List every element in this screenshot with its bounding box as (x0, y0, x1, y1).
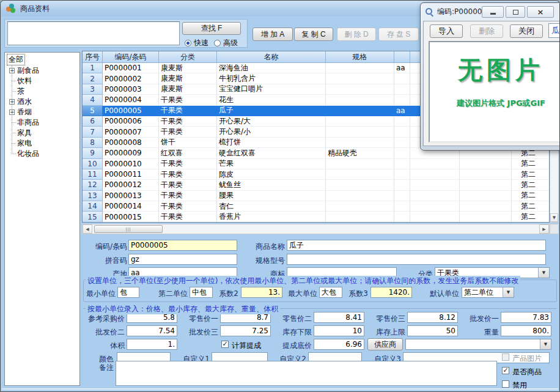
price-field-input[interactable] (407, 312, 458, 323)
chevron-down-icon[interactable]: ▼ (540, 339, 551, 349)
tree-item[interactable]: 非商品 (5, 117, 79, 128)
search-input[interactable] (7, 21, 180, 45)
table-cell: 干果类 (159, 201, 217, 212)
column-header[interactable]: 序号 (83, 51, 103, 63)
supplier-select[interactable]: ▼ (405, 339, 551, 350)
table-cell: 干果类 (159, 191, 217, 201)
table-row[interactable]: 15P0000015干果类香蕉片第二 (83, 212, 549, 222)
table-cell (326, 138, 394, 148)
scrollbar-thumb[interactable] (94, 225, 163, 233)
table-cell (394, 73, 410, 84)
note-field[interactable] (116, 361, 497, 386)
window-bottom-edge (2, 388, 558, 390)
advanced-radio[interactable]: 高级 (214, 38, 238, 48)
expand-plus-icon[interactable]: + (9, 68, 15, 73)
table-cell: 康麦斯 (159, 84, 217, 95)
row-number-cell: 7 (83, 127, 103, 137)
tree-item[interactable]: 化妆品 (5, 149, 79, 159)
table-cell: 宝宝健口嚼片 (217, 84, 326, 95)
factor2-label: 系数2 (215, 289, 238, 299)
tree-item[interactable]: 家电 (5, 138, 79, 149)
model-field[interactable] (287, 254, 546, 265)
forbidden-checkbox[interactable] (502, 380, 509, 388)
tree-item[interactable]: 家具 (5, 128, 79, 138)
add-button[interactable]: 增 加 A (252, 28, 293, 41)
table-row[interactable]: 12P0000012干果类鱿鱼丝第二 (83, 180, 549, 190)
commission-checkbox[interactable]: ✓ (221, 341, 229, 348)
horizontal-scrollbar[interactable]: ◀ ▶ (82, 224, 550, 234)
scroll-left-icon[interactable]: ◀ (83, 224, 92, 234)
minimize-button[interactable] (482, 6, 504, 18)
commission-price-field[interactable] (314, 339, 364, 350)
table-cell: 鱿鱼丝 (217, 180, 326, 190)
price-field-input[interactable] (501, 312, 551, 323)
tree-item-label: 非商品 (17, 118, 39, 127)
table-cell (326, 201, 394, 212)
is-product-checkbox[interactable]: ✓ (502, 367, 509, 374)
close-dialog-button[interactable]: 关闭 (510, 24, 543, 38)
table-cell: aa (394, 106, 410, 116)
tree-item[interactable]: 茶 (5, 86, 79, 97)
tree-item[interactable]: 饮料 (5, 76, 79, 86)
table-cell (326, 73, 394, 84)
default-unit-select[interactable]: 第二单位 ▼ (462, 287, 514, 298)
column-header[interactable]: 规格 (326, 51, 394, 63)
volume-field[interactable] (127, 339, 177, 350)
price-field-label: 重量 (459, 327, 499, 338)
table-cell (394, 169, 410, 180)
table-cell (394, 180, 410, 190)
table-cell: P0000013 (103, 191, 159, 201)
chevron-down-icon[interactable]: ▼ (538, 268, 549, 278)
find-button[interactable]: 查找 F (182, 22, 241, 35)
is-product-check-label: 是否商品 (512, 367, 542, 377)
tree-item[interactable]: +副食品 (5, 65, 79, 76)
price-field-input[interactable] (314, 312, 364, 323)
factor2-field[interactable] (241, 287, 282, 298)
tree-item[interactable]: +酒水 (5, 97, 79, 107)
chevron-down-icon[interactable]: ▼ (503, 287, 514, 297)
tree-item[interactable]: +香烟 (5, 107, 79, 117)
price-field-input[interactable] (220, 325, 271, 336)
price-field-input[interactable] (501, 325, 551, 336)
expand-plus-icon[interactable]: + (9, 99, 15, 105)
column-header[interactable]: 名称 (217, 51, 326, 63)
pinyin-field[interactable] (128, 254, 237, 265)
price-field-input[interactable] (314, 325, 364, 336)
maximize-button[interactable] (506, 6, 525, 18)
min-unit-field[interactable] (117, 287, 139, 298)
close-window-button[interactable]: × (527, 6, 554, 18)
product-name-field[interactable] (287, 240, 546, 251)
column-header[interactable] (394, 51, 410, 63)
table-cell (326, 106, 394, 116)
copy-button[interactable]: 复 制 C (294, 28, 333, 41)
factor3-field[interactable] (370, 287, 412, 298)
price-field-input[interactable] (407, 325, 458, 336)
max-unit-field[interactable] (319, 287, 342, 298)
tree-item-label: 副食品 (17, 66, 39, 75)
column-header[interactable]: 分类 (159, 51, 217, 63)
table-cell: 饼干 (159, 138, 217, 148)
import-button[interactable]: 导入 (430, 24, 463, 38)
search-panel: 查找 F 快速 高级 (4, 19, 248, 48)
table-row[interactable]: 14P0000014干果类杏仁第二 (83, 201, 549, 212)
scroll-down-icon[interactable]: ▼ (550, 213, 558, 222)
table-cell: 第二 (512, 201, 550, 212)
table-cell (394, 84, 410, 95)
table-row[interactable]: 11P0000011干果类陈皮第二 (83, 169, 549, 180)
quick-radio[interactable]: 快速 (185, 38, 208, 48)
row-number-cell: 9 (83, 148, 103, 158)
tree-root-item[interactable]: 全部 (7, 54, 24, 65)
expand-plus-icon[interactable]: + (9, 109, 15, 115)
scroll-right-icon[interactable]: ▶ (539, 224, 549, 234)
tree-item-label: 化妆品 (17, 149, 39, 158)
column-header[interactable]: 编码/条码 (103, 51, 159, 63)
image-preview-area: 无图片 建议图片格式 JPG或GIF (429, 41, 560, 142)
supplier-button[interactable]: 供应商 (367, 338, 403, 350)
price-field-input[interactable] (127, 325, 177, 336)
table-row[interactable]: 10P0000010干果类芒果第二 (83, 159, 549, 169)
code-field[interactable] (128, 240, 237, 251)
table-row[interactable]: 13P0000013干果类腰果第二 (83, 191, 549, 201)
second-unit-field[interactable] (190, 287, 213, 298)
save-button: 存 盘 S (378, 28, 419, 41)
radio-circle-icon (214, 40, 221, 46)
